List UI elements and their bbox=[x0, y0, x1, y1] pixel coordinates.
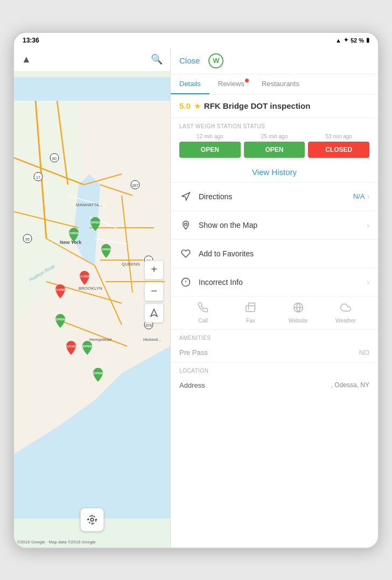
tab-restaurants[interactable]: Restaurants bbox=[253, 74, 308, 94]
view-history-button[interactable]: View History bbox=[171, 162, 378, 183]
zoom-in-button[interactable]: + bbox=[144, 260, 164, 279]
status-bar: 13:36 ▲ ✦ 52 % ▮ bbox=[14, 33, 378, 48]
location-button[interactable] bbox=[80, 508, 104, 532]
svg-point-54 bbox=[90, 518, 94, 521]
weather-label: Weather bbox=[335, 318, 356, 324]
directions-value: N/A bbox=[353, 192, 365, 200]
amenities-label: AMENITIES bbox=[171, 330, 378, 343]
detail-panel: Close W Details Reviews Restaurants bbox=[170, 48, 378, 548]
directions-chevron: › bbox=[367, 192, 369, 201]
pre-pass-key: Pre Pass bbox=[179, 348, 208, 357]
address-key: Address bbox=[179, 381, 205, 389]
pre-pass-value: NO bbox=[359, 348, 370, 357]
weather-icon bbox=[340, 302, 351, 316]
status-item-0: 12 min ago OPEN bbox=[179, 134, 241, 158]
device-frame: 13:36 ▲ ✦ 52 % ▮ ▲ 🔍 bbox=[13, 32, 379, 549]
show-map-label: Show on the Map bbox=[199, 221, 367, 229]
status-time: 13:36 bbox=[23, 37, 335, 44]
directions-label: Directions bbox=[199, 192, 353, 201]
action-icons-row: Call Fax bbox=[171, 297, 378, 330]
tabs: Details Reviews Restaurants bbox=[171, 74, 378, 95]
website-label: Website bbox=[289, 318, 308, 324]
svg-text:MANHATTA...: MANHATTA... bbox=[76, 202, 102, 207]
svg-text:OPEN: OPEN bbox=[101, 248, 110, 251]
incorrect-info-chevron: › bbox=[367, 278, 369, 286]
incorrect-info-icon bbox=[179, 276, 192, 289]
gps-icon: ▲ bbox=[335, 37, 341, 44]
star-icon: ★ bbox=[194, 101, 201, 111]
svg-text:OPEN: OPEN bbox=[82, 345, 92, 348]
fax-label: Fax bbox=[246, 318, 255, 324]
show-map-menu-item[interactable]: Show on the Map › bbox=[171, 211, 378, 240]
call-button[interactable]: Call bbox=[179, 302, 227, 324]
svg-text:OPEN: OPEN bbox=[69, 232, 78, 235]
favorites-label: Add to Favorites bbox=[199, 249, 369, 258]
status-badge-0: OPEN bbox=[179, 142, 241, 158]
svg-text:Hicksvil...: Hicksvil... bbox=[143, 337, 162, 342]
bluetooth-icon: ✦ bbox=[344, 37, 348, 44]
favorites-icon bbox=[179, 247, 192, 260]
rating-number: 5.0 bbox=[179, 101, 191, 110]
svg-text:CLOSED: CLOSED bbox=[55, 288, 66, 291]
battery-text: 52 % bbox=[351, 37, 364, 44]
svg-text:17: 17 bbox=[36, 176, 40, 179]
svg-rect-61 bbox=[246, 305, 255, 311]
zoom-out-button[interactable]: − bbox=[144, 282, 164, 301]
status-badge-2: CLOSED bbox=[308, 142, 369, 158]
svg-text:OPEN: OPEN bbox=[90, 221, 100, 224]
close-button[interactable]: Close bbox=[179, 56, 200, 65]
show-map-icon bbox=[179, 219, 192, 232]
svg-point-57 bbox=[185, 223, 187, 226]
svg-text:QUEENS: QUEENS bbox=[122, 262, 140, 267]
status-time-1: 25 min ago bbox=[244, 134, 305, 139]
show-map-chevron: › bbox=[367, 221, 369, 229]
directions-menu-item[interactable]: Directions N/A › bbox=[171, 183, 378, 211]
status-badge-1: OPEN bbox=[244, 142, 305, 158]
svg-text:678: 678 bbox=[145, 324, 152, 327]
favorites-menu-item[interactable]: Add to Favorites bbox=[171, 240, 378, 268]
place-name: RFK Bridge DOT inspection bbox=[204, 101, 311, 110]
directions-icon bbox=[179, 190, 192, 203]
tab-details[interactable]: Details bbox=[171, 74, 209, 94]
panel-header: Close W bbox=[171, 48, 378, 74]
location-label: LOCATION bbox=[171, 362, 378, 376]
navigate-button[interactable] bbox=[144, 303, 164, 323]
panel-content: 5.0 ★ RFK Bridge DOT inspection LAST WEI… bbox=[171, 95, 378, 548]
battery-icon: ▮ bbox=[366, 37, 369, 44]
map-panel: ▲ 🔍 bbox=[14, 48, 170, 548]
map-controls: + − bbox=[144, 260, 164, 323]
svg-text:CLOSED: CLOSED bbox=[66, 345, 77, 348]
fax-icon bbox=[245, 302, 256, 316]
amenity-row: Pre Pass NO bbox=[171, 343, 378, 362]
rating-row: 5.0 ★ RFK Bridge DOT inspection bbox=[171, 95, 378, 118]
tab-reviews[interactable]: Reviews bbox=[209, 74, 253, 94]
call-icon bbox=[198, 302, 208, 316]
status-item-2: 53 min ago CLOSED bbox=[308, 134, 369, 158]
reviews-dot bbox=[245, 79, 249, 82]
location-row: Address , Odessa, NY bbox=[171, 376, 378, 395]
address-value: , Odessa, NY bbox=[331, 381, 369, 389]
svg-text:OPEN: OPEN bbox=[93, 372, 102, 375]
incorrect-info-menu-item[interactable]: Incorrect Info › bbox=[171, 268, 378, 297]
status-section-label: LAST WEIGH STATION STATUS bbox=[171, 118, 378, 131]
website-button[interactable]: Website bbox=[275, 302, 322, 324]
status-time-2: 53 min ago bbox=[308, 134, 369, 139]
svg-text:New York: New York bbox=[60, 240, 82, 245]
status-icons: ▲ ✦ 52 % ▮ bbox=[335, 37, 369, 44]
svg-text:Hempstead: Hempstead bbox=[89, 337, 111, 342]
website-icon bbox=[293, 302, 304, 316]
call-label: Call bbox=[199, 318, 208, 324]
svg-point-55 bbox=[88, 515, 96, 523]
svg-text:95: 95 bbox=[25, 237, 30, 241]
svg-text:80: 80 bbox=[52, 157, 57, 160]
svg-text:BROOKLYN: BROOKLYN bbox=[79, 286, 102, 291]
fax-button[interactable]: Fax bbox=[227, 302, 274, 324]
svg-marker-56 bbox=[182, 192, 190, 200]
weather-button[interactable]: Weather bbox=[322, 302, 369, 324]
incorrect-info-label: Incorrect Info bbox=[199, 278, 367, 286]
svg-text:OPEN: OPEN bbox=[55, 318, 65, 321]
status-timeline: 12 min ago OPEN 25 min ago OPEN 53 min a… bbox=[171, 131, 378, 162]
status-time-0: 12 min ago bbox=[179, 134, 241, 139]
svg-text:287: 287 bbox=[132, 184, 138, 187]
app-area: ▲ 🔍 bbox=[14, 48, 378, 548]
